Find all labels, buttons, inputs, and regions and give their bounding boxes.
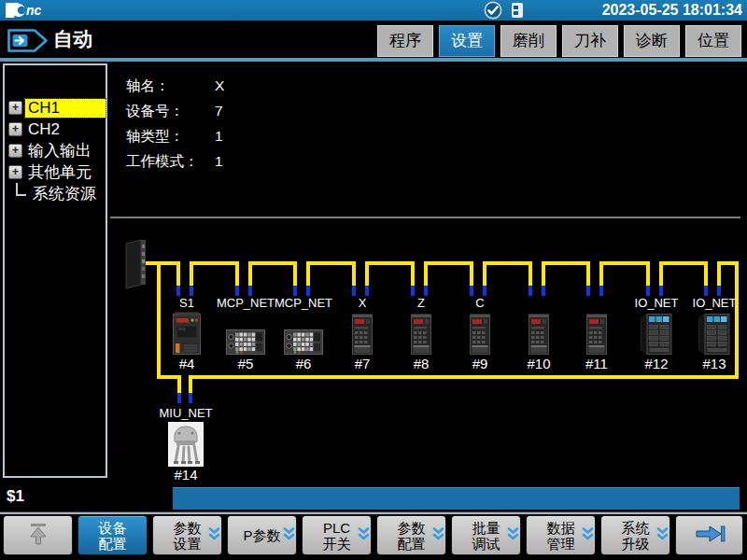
device-node-controller[interactable] <box>123 239 148 293</box>
up-arrow-icon <box>26 521 50 550</box>
softkey-label: 系统 <box>622 520 650 536</box>
softkey-p-param[interactable]: P参数 <box>227 515 297 555</box>
device-node-4[interactable] <box>173 312 201 358</box>
device-id-label: #4 <box>159 357 215 371</box>
ncu-controller-icon <box>123 276 148 292</box>
expand-plus-icon[interactable]: + <box>8 101 22 115</box>
tab-program[interactable]: 程序 <box>376 24 434 58</box>
tab-grinding[interactable]: 磨削 <box>500 24 557 58</box>
softkey-data-mgmt[interactable]: 数据管理 <box>526 515 596 555</box>
info-value: 1 <box>215 148 223 174</box>
submenu-chevron-icon <box>208 526 220 544</box>
device-node-13[interactable] <box>698 314 730 358</box>
right-arrow-icon <box>693 524 726 547</box>
device-id-label: #7 <box>334 357 390 371</box>
main-panel: 轴名：X设备号：7轴类型：1工作模式：1 S1 #4MCP_NET #5MCP_… <box>110 63 742 480</box>
net-name-label: C <box>438 297 522 310</box>
titlebar: 自动 程序设置磨削刀补诊断位置 <box>0 21 747 58</box>
softkey-label: 设置 <box>174 536 202 552</box>
brand-logo: nc <box>4 1 69 20</box>
info-value: 7 <box>215 98 223 123</box>
device-node-8[interactable] <box>409 314 433 358</box>
device-id-label: #10 <box>511 357 567 371</box>
info-label: 轴名： <box>126 73 215 98</box>
device-id-label: #5 <box>218 357 274 371</box>
device-id-label: #11 <box>569 357 625 371</box>
mdi-input-bar <box>173 487 740 510</box>
sidebar-item-ch1[interactable]: +CH1 <box>5 97 106 119</box>
tab-settings[interactable]: 设置 <box>438 24 496 58</box>
info-row: 轴类型：1 <box>110 123 742 148</box>
submenu-chevron-icon <box>507 526 519 544</box>
softkey-batch-debug[interactable]: 批量调试 <box>451 515 521 555</box>
info-row: 工作模式：1 <box>110 148 742 174</box>
softkey-label: 升级 <box>622 536 650 552</box>
device-tree: +CH1+CH2+输入输出+其他单元系统资源 <box>5 97 106 204</box>
device-node-10[interactable] <box>527 314 551 358</box>
device-id-label: #12 <box>628 357 684 371</box>
softkey-system-upgrade[interactable]: 系统升级 <box>600 515 670 555</box>
sidebar-item-label: 输入输出 <box>25 142 94 161</box>
submenu-chevron-icon <box>432 526 444 544</box>
softkey-bar: 设备配置参数设置 P参数 PLC开关 参数配置 批量调试 数据管理 系统升级 <box>3 515 743 555</box>
softkey-divider <box>0 511 747 514</box>
sidebar-item-label: CH1 <box>25 99 106 118</box>
device-id-label: #6 <box>275 357 331 371</box>
softkey-label: 配置 <box>398 536 426 552</box>
network-diagram: S1 #4MCP_NET #5MCP_NET #6X #7Z #8C #9 #1… <box>110 218 742 480</box>
device-node-5[interactable] <box>226 329 265 358</box>
mode-label: 自动 <box>53 26 92 52</box>
header-tabs: 程序设置磨削刀补诊断位置 <box>376 24 742 58</box>
tree-branch-icon <box>16 183 26 196</box>
tab-diagnosis[interactable]: 诊断 <box>623 24 681 58</box>
device-node-14[interactable] <box>168 422 204 470</box>
softkey-next[interactable] <box>675 515 743 555</box>
axis-info: 轴名：X设备号：7轴类型：1工作模式：1 <box>110 63 742 174</box>
softkey-label: 配置 <box>99 536 127 552</box>
softkey-label: P参数 <box>243 527 280 543</box>
sidebar-item-system-resources[interactable]: 系统资源 <box>5 183 106 204</box>
device-node-11[interactable] <box>585 314 609 358</box>
submenu-chevron-icon <box>283 526 295 544</box>
device-node-9[interactable] <box>468 314 492 358</box>
header-divider <box>0 58 747 62</box>
status-check-icon <box>484 1 502 20</box>
tab-tool-comp[interactable]: 刀补 <box>561 24 619 58</box>
tree-panel: +CH1+CH2+输入输出+其他单元系统资源 <box>3 63 107 478</box>
submenu-chevron-icon <box>582 526 594 544</box>
device-id-label: #9 <box>452 357 508 371</box>
statusbar: $1 <box>0 482 747 511</box>
softkey-label: PLC <box>323 520 350 536</box>
net-name-label: MIU_NET <box>144 407 228 420</box>
sidebar-item-label: 其他单元 <box>25 163 94 182</box>
sidebar-item-label: CH2 <box>25 120 63 139</box>
info-value: 1 <box>215 123 223 148</box>
info-label: 轴类型： <box>126 123 215 148</box>
datetime: 2023-05-25 18:01:34 <box>602 1 742 20</box>
info-row: 轴名：X <box>110 73 742 98</box>
tab-position[interactable]: 位置 <box>684 24 742 58</box>
info-label: 设备号： <box>126 98 215 123</box>
softkey-device-config[interactable]: 设备配置 <box>78 515 148 555</box>
sidebar-item-label: 系统资源 <box>30 185 99 203</box>
sidebar-item-ch2[interactable]: +CH2 <box>5 119 106 140</box>
expand-plus-icon[interactable]: + <box>8 165 22 179</box>
expand-plus-icon[interactable]: + <box>8 144 22 158</box>
device-node-7[interactable] <box>350 314 374 358</box>
info-row: 设备号：7 <box>110 98 742 123</box>
softkey-label: 参数 <box>398 520 426 536</box>
info-value: X <box>215 73 224 98</box>
softkey-up[interactable] <box>3 515 73 555</box>
softkey-plc-switch[interactable]: PLC开关 <box>302 515 372 555</box>
expand-plus-icon[interactable]: + <box>8 122 22 136</box>
softkey-param-setting[interactable]: 参数设置 <box>152 515 222 555</box>
channel-label: $1 <box>7 487 24 506</box>
softkey-param-config[interactable]: 参数配置 <box>376 515 446 555</box>
softkey-label: 调试 <box>472 536 500 552</box>
device-node-12[interactable] <box>641 314 672 358</box>
storage-icon <box>512 3 523 18</box>
cnc-screen: nc 2023-05-25 18:01:34 自动 程序设置磨削刀补诊断位置 +… <box>0 0 747 560</box>
sidebar-item-io[interactable]: +输入输出 <box>5 140 106 161</box>
sidebar-item-other-units[interactable]: +其他单元 <box>5 161 106 183</box>
device-node-6[interactable] <box>284 329 323 358</box>
